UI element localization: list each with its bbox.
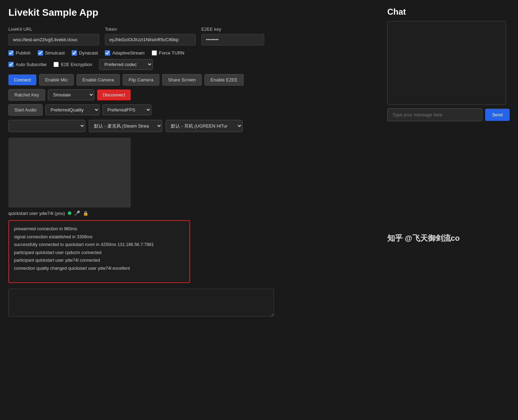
quality-select[interactable]: PreferredQuality Low Medium High — [45, 104, 100, 115]
token-label: Token — [105, 27, 196, 32]
token-input[interactable] — [105, 34, 196, 45]
log-box: prewarmed connection in 960ms signal con… — [8, 220, 190, 283]
simulcast-label: Simulcast — [45, 50, 65, 56]
chat-input-row: Send — [387, 108, 510, 121]
dynacast-label: Dynacast — [79, 50, 98, 56]
enable-e2ee-button[interactable]: Enable E2EE — [204, 74, 243, 86]
adaptive-stream-label: AdaptiveStream — [112, 50, 145, 56]
e2ee-key-input[interactable] — [201, 34, 264, 45]
share-screen-button[interactable]: Share Screen — [162, 74, 202, 86]
codec-select[interactable]: Preferred codec VP8 VP9 H264 AV1 — [99, 59, 153, 70]
force-turn-checkbox-item[interactable]: Force TURN — [152, 50, 185, 56]
livekit-url-input[interactable] — [8, 34, 99, 45]
lock-icon: 🔒 — [83, 211, 88, 216]
force-turn-label: Force TURN — [159, 50, 185, 56]
simulcast-checkbox-item[interactable]: Simulcast — [38, 50, 65, 56]
ratchet-key-button[interactable]: Ratchet Key — [8, 89, 45, 101]
video-preview-inner — [8, 138, 131, 208]
connect-button[interactable]: Connect — [8, 74, 36, 85]
user-label-row: quickstart user ydw74l (you) 🎤 🔒 — [8, 210, 295, 216]
watermark: 知乎 @飞天御剑流co — [387, 233, 510, 244]
log-line-4: participant quickstart user cpdxzm conne… — [14, 249, 185, 257]
adaptive-stream-checkbox[interactable] — [105, 50, 110, 56]
log-line-6: connection quality changed quickstart us… — [14, 265, 185, 273]
video-device-select[interactable]: Default Camera — [8, 120, 85, 132]
livekit-url-label: LiveKit URL — [8, 27, 99, 32]
speaker-select[interactable]: 默认 - 耳机 (UGREEN HiTur — [166, 120, 243, 132]
auto-subscribe-checkbox[interactable] — [8, 62, 14, 67]
disconnect-button[interactable]: Disconnect — [97, 89, 131, 100]
dynacast-checkbox-item[interactable]: Dynacast — [72, 50, 98, 56]
flip-camera-button[interactable]: Flip Camera — [123, 74, 159, 86]
force-turn-checkbox[interactable] — [152, 50, 157, 56]
publish-label: Publish — [16, 50, 31, 56]
mic-off-icon: 🎤 — [74, 210, 80, 216]
status-dot-icon — [68, 211, 71, 215]
chat-messages-area — [387, 21, 506, 105]
auto-subscribe-checkbox-item[interactable]: Auto Subscribe — [8, 62, 46, 67]
simulate-select[interactable]: Simulate Node failure Migration Server l… — [48, 89, 94, 100]
app-title: Livekit Sample App — [8, 7, 295, 18]
enable-mic-button[interactable]: Enable Mic — [39, 74, 73, 86]
log-line-1: prewarmed connection in 960ms — [14, 225, 185, 233]
dynacast-checkbox[interactable] — [72, 50, 77, 56]
bottom-log-textarea[interactable] — [8, 289, 274, 317]
publish-checkbox[interactable] — [8, 50, 14, 56]
send-button[interactable]: Send — [485, 109, 510, 121]
e2e-encryption-checkbox[interactable] — [53, 62, 59, 67]
adaptive-stream-checkbox-item[interactable]: AdaptiveStream — [105, 50, 145, 56]
auto-subscribe-label: Auto Subscribe — [16, 62, 46, 67]
log-line-2: signal connection established in 3309ms — [14, 233, 185, 241]
simulcast-checkbox[interactable] — [38, 50, 43, 56]
chat-input[interactable] — [387, 108, 482, 121]
microphone-select[interactable]: 默认 - 麦克风 (Steam Strea — [89, 120, 162, 132]
start-audio-button[interactable]: Start Audio — [8, 104, 43, 116]
video-preview — [8, 138, 131, 208]
chat-title: Chat — [387, 7, 510, 17]
log-line-5: participant quickstart user ydw74l conne… — [14, 256, 185, 265]
e2ee-key-label: E2EE key — [201, 27, 264, 32]
publish-checkbox-item[interactable]: Publish — [8, 50, 31, 56]
enable-camera-button[interactable]: Enable Camera — [77, 74, 120, 86]
fps-select[interactable]: PreferredFPS 15fps 30fps 60fps — [102, 104, 151, 115]
e2e-encryption-checkbox-item[interactable]: E2E Encryption — [53, 62, 92, 67]
e2e-encryption-label: E2E Encryption — [61, 62, 92, 67]
user-name: quickstart user ydw74l (you) — [8, 211, 65, 216]
log-line-3: successfully connected to quickstart roo… — [14, 241, 185, 249]
